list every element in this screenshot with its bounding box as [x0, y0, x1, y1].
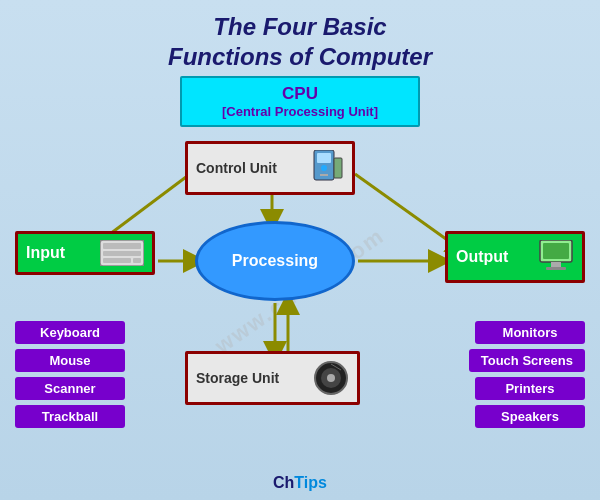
storage-unit-box: Storage Unit: [185, 351, 360, 405]
input-box: Input: [15, 231, 155, 275]
svg-point-25: [327, 374, 335, 382]
output-label: Output: [456, 248, 508, 266]
control-unit-label: Control Unit: [196, 160, 277, 176]
input-item-mouse: Mouse: [15, 349, 125, 372]
monitor-icon: [538, 240, 574, 274]
svg-rect-18: [133, 258, 141, 263]
brand-ch: Ch: [273, 474, 294, 491]
page-title: The Four Basic Functions of Computer: [0, 0, 600, 76]
output-item-monitors: Monitors: [475, 321, 585, 344]
computer-tower-icon: [312, 150, 344, 186]
hdd-icon: [313, 360, 349, 396]
input-item-keyboard: Keyboard: [15, 321, 125, 344]
cpu-title: CPU: [192, 84, 408, 104]
output-item-speakers: Speakers: [475, 405, 585, 428]
input-label: Input: [26, 244, 65, 262]
control-unit-box: Control Unit: [185, 141, 355, 195]
svg-rect-21: [551, 262, 561, 267]
svg-rect-22: [546, 267, 566, 270]
svg-rect-12: [320, 174, 328, 176]
input-item-trackball: Trackball: [15, 405, 125, 428]
input-item-scanner: Scanner: [15, 377, 125, 400]
storage-unit-label: Storage Unit: [196, 370, 279, 386]
svg-point-11: [321, 165, 327, 171]
processing-ellipse: Processing: [195, 221, 355, 301]
cpu-subtitle: [Central Processing Unit]: [192, 104, 408, 119]
title-line2: Functions of Computer: [168, 43, 432, 70]
svg-rect-15: [103, 243, 141, 249]
output-item-printers: Printers: [475, 377, 585, 400]
diagram: www.chtips.com Control Unit: [10, 131, 590, 451]
keyboard-icon: [100, 240, 144, 266]
svg-rect-16: [103, 251, 141, 256]
output-box: Output: [445, 231, 585, 283]
output-item-touch-screens: Touch Screens: [469, 349, 585, 372]
brand-tips: Tips: [294, 474, 327, 491]
input-list: Keyboard Mouse Scanner Trackball: [15, 321, 125, 428]
svg-rect-10: [317, 153, 331, 163]
svg-rect-13: [334, 158, 342, 178]
brand: ChTips: [273, 474, 327, 492]
title-line1: The Four Basic: [213, 13, 386, 40]
output-list: Monitors Touch Screens Printers Speakers: [469, 321, 585, 428]
cpu-box: CPU [Central Processing Unit]: [180, 76, 420, 127]
svg-rect-20: [543, 243, 569, 259]
processing-label: Processing: [232, 252, 318, 270]
svg-rect-17: [103, 258, 131, 263]
